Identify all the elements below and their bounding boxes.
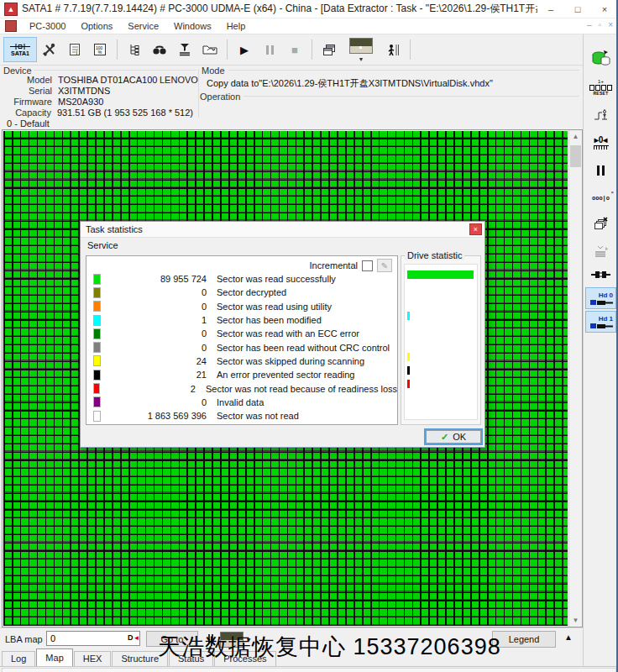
sata1-port-button[interactable]: SATA1 bbox=[3, 37, 37, 62]
reset-drive-button[interactable]: 1+ RESET bbox=[586, 75, 615, 100]
filter-run-button-disabled[interactable] bbox=[586, 239, 615, 264]
device-field-row: Firmware MS20A930 bbox=[0, 97, 193, 108]
head-map-button[interactable] bbox=[586, 102, 615, 128]
minimize-button[interactable]: – bbox=[537, 0, 564, 18]
sector-edit-button[interactable]: × ooo|o bbox=[586, 183, 615, 208]
tab-hex[interactable]: HEX bbox=[74, 651, 112, 666]
check-icon: ✓ bbox=[441, 432, 448, 443]
device-info-panel: Device Model TOSHIBA DT01ACA100 Serial X… bbox=[0, 66, 583, 119]
status-color-swatch bbox=[93, 396, 101, 407]
log-script-button[interactable]: i bbox=[62, 37, 87, 62]
cascade-windows-button[interactable] bbox=[317, 37, 342, 62]
tab-map[interactable]: Map bbox=[36, 648, 72, 666]
drive-statistic-group: Drive statistic bbox=[401, 250, 481, 425]
start-button[interactable]: ▶ bbox=[232, 37, 257, 62]
scroll-down-icon[interactable]: ▼ bbox=[569, 614, 582, 627]
statistic-row: 24 Sector was skipped during scanning bbox=[86, 354, 397, 368]
scroll-up-icon[interactable]: ▲ bbox=[569, 130, 582, 143]
pause-button[interactable] bbox=[257, 37, 282, 62]
folder-redo-icon bbox=[202, 44, 217, 55]
sectors-icon: ooo|o bbox=[592, 195, 610, 202]
hd1-button[interactable]: Hd 1 bbox=[585, 311, 616, 333]
lba-input[interactable] bbox=[46, 631, 140, 646]
dialog-menu-service[interactable]: Service bbox=[81, 240, 125, 250]
statistic-row: 89 955 724 Sector was read successfully bbox=[86, 272, 397, 286]
mdi-minimize-button[interactable]: – bbox=[587, 20, 592, 29]
statistic-value: 1 bbox=[101, 315, 207, 325]
incremental-checkbox[interactable] bbox=[362, 260, 373, 271]
heads-test-button[interactable]: ▸0◂ bbox=[586, 129, 615, 155]
statistic-row: 0 Sector decrypted bbox=[86, 286, 397, 299]
panel-divider bbox=[198, 69, 199, 118]
binoculars-icon bbox=[152, 45, 167, 55]
mode-value: Copy data to"E:\2026\1.29-侯TH1T开盘X3ITMTD… bbox=[207, 77, 493, 90]
toolbar-separator bbox=[227, 39, 228, 60]
scrollbar-thumb[interactable] bbox=[570, 145, 581, 167]
menu-pc-3000[interactable]: PC-3000 bbox=[22, 21, 73, 31]
collapse-up-icon[interactable]: ▲ bbox=[564, 633, 573, 642]
main-toolbar: SATA1 i 100% bbox=[0, 34, 583, 66]
status-color-swatch bbox=[93, 383, 100, 394]
drive-bar bbox=[407, 312, 410, 320]
menu-windows[interactable]: Windows bbox=[166, 21, 219, 31]
map-view-select-button[interactable]: ▼ bbox=[342, 37, 380, 62]
search-button[interactable] bbox=[147, 37, 172, 62]
stop-button[interactable]: ■ bbox=[282, 37, 307, 62]
exit-door-icon bbox=[386, 44, 400, 56]
statistic-row: 0 Sector was read with an ECC error bbox=[86, 327, 397, 340]
map-thumbnail-icon bbox=[349, 38, 373, 54]
menu-bar: PC-3000OptionsServiceWindowsHelp – ▫ × bbox=[0, 18, 618, 34]
statistic-row: 0 Invalid data bbox=[86, 396, 397, 409]
lba-format-icon[interactable]: D◄ bbox=[128, 633, 139, 642]
copy-data-button[interactable] bbox=[586, 46, 615, 71]
tab-log[interactable]: Log bbox=[2, 651, 35, 666]
filter-button[interactable] bbox=[172, 37, 197, 62]
connect-port-button[interactable] bbox=[586, 265, 615, 284]
funnel-icon bbox=[178, 43, 191, 56]
menu-service[interactable]: Service bbox=[120, 21, 166, 31]
task-structure-button[interactable] bbox=[122, 37, 147, 62]
statistic-value: 0 bbox=[101, 397, 207, 407]
mdi-restore-button[interactable]: ▫ bbox=[599, 20, 602, 29]
toolbar-separator bbox=[410, 39, 411, 60]
dialog-close-button[interactable]: × bbox=[469, 223, 482, 235]
drive-bar bbox=[407, 366, 410, 375]
resume-task-button[interactable] bbox=[197, 37, 223, 62]
exit-button[interactable] bbox=[380, 37, 406, 62]
zero-gauge-icon: ▸0◂ bbox=[594, 135, 609, 150]
device-field-label: Model bbox=[0, 75, 52, 86]
utility-settings-button[interactable] bbox=[37, 37, 62, 62]
statistic-row: 21 An error prevented sector reading bbox=[86, 368, 397, 381]
stop-icon: ■ bbox=[291, 44, 298, 56]
statistics-rows: 89 955 724 Sector was read successfully … bbox=[86, 272, 397, 423]
gray-funnel-play-icon bbox=[594, 245, 609, 258]
mdi-close-button[interactable]: × bbox=[608, 20, 613, 29]
statistics-percent-button[interactable]: 100% bbox=[87, 37, 113, 62]
legend-button[interactable]: Legend bbox=[492, 631, 556, 648]
dialog-title-bar[interactable]: Task statistics × bbox=[81, 222, 484, 238]
status-bar bbox=[0, 666, 618, 672]
close-all-windows-button[interactable] bbox=[586, 211, 615, 236]
map-scrollbar[interactable]: ▲ ▼ bbox=[568, 130, 582, 627]
statistic-value: 2 bbox=[100, 384, 196, 394]
close-button[interactable]: × bbox=[591, 0, 618, 18]
circuit-icon bbox=[593, 108, 610, 123]
window-title: SATA1 # 7.7.19(7.7.19.14424) # PC-3000 U… bbox=[22, 2, 537, 16]
pause-task-button[interactable] bbox=[586, 158, 615, 183]
hd0-button[interactable]: Hd 0 bbox=[585, 287, 616, 309]
small-x-icon: × bbox=[610, 191, 614, 195]
statistic-label: Sector was read with an ECC error bbox=[217, 328, 359, 339]
device-field-value: 931.51 GB (1 953 525 168 * 512) bbox=[57, 108, 193, 118]
drive-bar bbox=[407, 270, 474, 279]
connector-icon bbox=[591, 270, 610, 280]
maximize-button[interactable]: □ bbox=[564, 0, 591, 18]
menu-help[interactable]: Help bbox=[219, 21, 254, 31]
status-color-swatch bbox=[93, 274, 101, 285]
statistic-label: Sector has been modified bbox=[217, 315, 322, 325]
statistic-value: 0 bbox=[101, 287, 207, 297]
ok-button[interactable]: ✓ OK bbox=[424, 428, 483, 445]
statistic-value: 0 bbox=[101, 343, 207, 353]
status-color-swatch bbox=[93, 315, 101, 326]
menu-options[interactable]: Options bbox=[73, 21, 120, 31]
edit-button[interactable]: ✎ bbox=[377, 259, 392, 272]
